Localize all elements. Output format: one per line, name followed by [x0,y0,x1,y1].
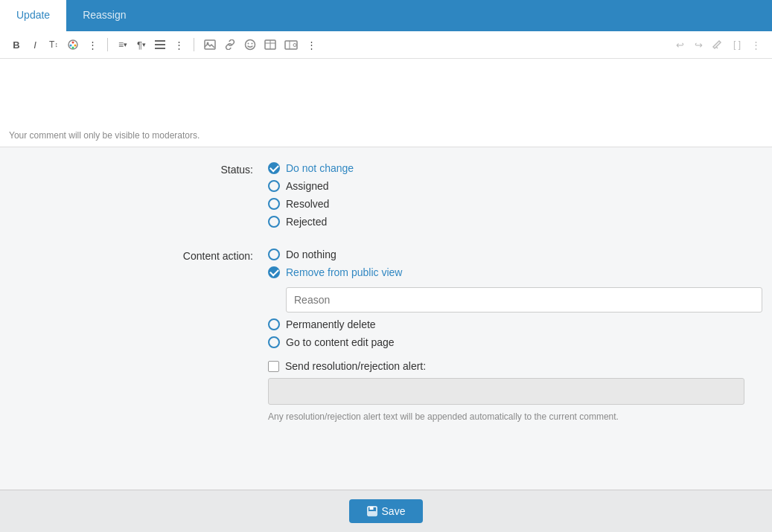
redo-button[interactable]: ↪ [689,36,707,54]
alert-checkbox-row: Send resolution/rejection alert: [268,360,757,372]
status-rejected-radio[interactable] [268,216,280,228]
action-do-nothing[interactable]: Do nothing [268,249,757,260]
status-assigned-label: Assigned [286,180,329,192]
paragraph-button[interactable]: ¶ ▾ [133,36,150,54]
source-button[interactable]: [ ] [728,36,746,54]
editor-toolbar: B I T↕ ⋮ [0,31,772,59]
alert-section: Send resolution/rejection alert: Any res… [268,360,757,422]
emoji-button[interactable] [240,36,260,54]
action-remove-public-label: Remove from public view [286,266,402,278]
svg-point-3 [72,47,74,49]
main-container: Update Reassign B I T↕ [0,0,772,532]
toolbar-group-insert: ⋮ [200,36,320,54]
action-go-to-edit-page-radio[interactable] [268,336,280,348]
action-permanently-delete-label: Permanently delete [286,318,376,330]
status-resolved-radio[interactable] [268,198,280,210]
alert-textarea[interactable] [268,378,744,405]
status-label: Status: [15,162,268,234]
svg-rect-20 [369,507,373,510]
toolbar-group-formatting: B I T↕ ⋮ [7,36,101,54]
action-do-nothing-radio[interactable] [268,249,280,260]
comment-editor[interactable] [0,59,772,126]
status-row: Status: Do not change Assigned Resolved [0,162,772,234]
svg-point-4 [70,45,72,47]
status-resolved-label: Resolved [286,198,329,210]
align-button[interactable]: ≡ ▾ [114,36,132,54]
more-history-button[interactable]: ⋮ [747,36,765,54]
toolbar-group-align: ≡ ▾ ¶ ▾ ⋮ [114,36,188,54]
svg-rect-6 [155,44,165,45]
svg-rect-21 [369,511,376,515]
undo-button[interactable]: ↩ [671,36,689,54]
svg-point-11 [248,43,249,45]
erase-button[interactable] [708,36,727,54]
color-button[interactable] [63,36,83,54]
action-go-to-edit-page[interactable]: Go to content edit page [268,336,757,348]
svg-rect-16 [285,41,297,49]
tab-update-label: Update [16,9,50,21]
status-assigned-radio[interactable] [268,180,280,192]
main-content: B I T↕ ⋮ [0,31,772,532]
svg-point-12 [252,43,253,45]
table-button[interactable] [261,36,280,54]
editor-visibility-note: Your comment will only be visible to mod… [0,126,772,147]
svg-rect-5 [155,40,165,42]
alert-checkbox[interactable] [268,361,279,372]
status-resolved[interactable]: Resolved [268,198,757,210]
svg-point-1 [72,42,74,44]
content-action-label: Content action: [15,249,268,422]
toolbar-group-history: ↩ ↪ [ ] ⋮ [671,36,765,54]
link-button[interactable] [220,36,240,54]
tab-update[interactable]: Update [0,0,66,31]
status-do-not-change-label: Do not change [286,162,354,174]
image-button[interactable] [200,36,220,54]
action-go-to-edit-page-label: Go to content edit page [286,336,395,348]
svg-rect-7 [155,48,165,49]
content-action-controls: Do nothing Remove from public view Perma… [268,249,757,422]
action-permanently-delete-radio[interactable] [268,318,280,330]
bold-button[interactable]: B [7,36,25,54]
action-permanently-delete[interactable]: Permanently delete [268,318,757,330]
tab-bar: Update Reassign [0,0,772,31]
status-do-not-change-radio[interactable] [268,162,280,174]
footer: Save [0,490,772,532]
svg-point-18 [293,43,296,46]
save-button[interactable]: Save [349,499,424,523]
more-insert-button[interactable]: ⋮ [302,36,320,54]
more-formatting-button[interactable]: ⋮ [83,36,101,54]
list-button[interactable] [151,36,169,54]
status-do-not-change[interactable]: Do not change [268,162,757,174]
italic-button[interactable]: I [26,36,44,54]
tab-reassign-label: Reassign [83,9,126,21]
svg-point-2 [74,45,77,47]
toolbar-sep-2 [194,38,194,51]
editor-area: B I T↕ ⋮ [0,31,772,147]
toolbar-sep-1 [107,38,108,51]
status-controls: Do not change Assigned Resolved Rejected [268,162,757,234]
save-label: Save [382,505,406,517]
alert-label: Send resolution/rejection alert: [285,360,426,372]
status-rejected-label: Rejected [286,216,327,228]
save-icon [367,506,377,516]
reason-input[interactable] [286,287,762,313]
action-remove-public[interactable]: Remove from public view [268,266,757,278]
action-remove-public-radio[interactable] [268,266,280,278]
svg-point-10 [246,40,255,50]
status-rejected[interactable]: Rejected [268,216,757,228]
tab-reassign[interactable]: Reassign [66,0,142,31]
status-assigned[interactable]: Assigned [268,180,757,192]
font-size-button[interactable]: T↕ [45,36,63,54]
content-action-row: Content action: Do nothing Remove from p… [0,249,772,422]
action-do-nothing-label: Do nothing [286,249,336,260]
media-button[interactable] [281,36,302,54]
more-align-button[interactable]: ⋮ [170,36,188,54]
form-section: Status: Do not change Assigned Resolved [0,147,772,490]
alert-note: Any resolution/rejection alert text will… [268,411,757,422]
